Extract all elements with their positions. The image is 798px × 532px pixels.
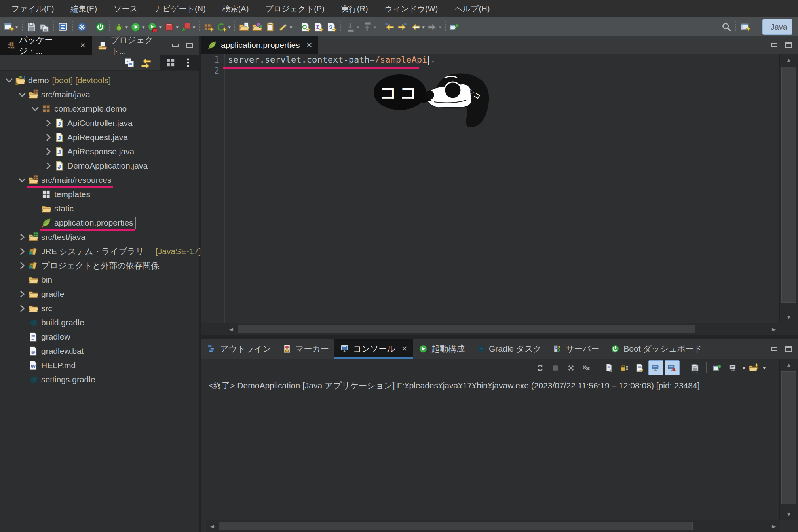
scroll-right-arrow[interactable]: ▶ [768,520,780,532]
boot-start-button[interactable] [94,19,107,35]
debug-button[interactable]: ▾ [112,19,129,35]
back-button[interactable]: ▾ [409,19,426,35]
menu-2[interactable]: 編集(E) [62,0,105,17]
stop-button[interactable]: ▾ [163,19,180,35]
open-console-button[interactable] [746,361,760,375]
scroll-lock-button[interactable] [618,361,632,375]
scroll-left-arrow[interactable]: ◀ [206,520,218,532]
collapse-all-button[interactable] [124,57,135,68]
tree-item-apicontroller.java[interactable]: JApiController.java [0,116,199,130]
clipboard-button[interactable] [264,19,277,35]
tree-item-gradlew.bat[interactable]: gradlew.bat [0,344,199,358]
expand-arrow-icon[interactable] [43,146,53,157]
menu-6[interactable]: プロジェクト(P) [257,0,332,17]
new-class-button[interactable] [299,19,312,35]
scroll-thumb[interactable] [219,522,693,530]
open-console-dropdown-arrow[interactable]: ▾ [763,365,766,371]
new-wizard-button[interactable]: ▾ [2,19,19,35]
tree-item-apirequest.java[interactable]: JApiRequest.java [0,130,199,144]
console-tab-2[interactable]: マーカー [277,339,334,359]
tree-item-templates[interactable]: templates [0,187,199,201]
editor-horizontal-scrollbar[interactable]: ◀ ▶ [225,323,780,335]
tree-item-src[interactable]: src [0,301,199,315]
refresh-gradle-button[interactable]: ▾ [215,19,232,35]
console-horizontal-scrollbar[interactable]: ◀ ▶ [206,520,780,532]
open-task-button[interactable] [238,19,251,35]
tree-item-demoapplication.java[interactable]: JDemoApplication.java [0,159,199,173]
refresh-gradle-dropdown-arrow[interactable]: ▾ [228,24,231,30]
scroll-track[interactable] [237,323,768,335]
next-edit-location-button[interactable] [396,19,409,35]
new-interface-button[interactable] [312,19,325,35]
java-perspective-button[interactable]: JJava [762,19,792,35]
scroll-thumb[interactable] [238,325,695,333]
display-selected-console-button[interactable] [726,361,740,375]
focus-working-set-button[interactable] [165,57,176,68]
tree-item--[interactable]: プロジェクトと外部の依存関係 [0,258,199,273]
scroll-track[interactable] [218,520,768,532]
tree-item-gradle[interactable]: gradle [0,287,199,301]
relaunch-dropdown-arrow[interactable]: ▾ [193,24,196,30]
scroll-thumb[interactable] [781,66,796,303]
expand-arrow-icon[interactable] [17,260,27,271]
minimize-icon[interactable] [172,44,179,48]
view-menu-button[interactable] [182,57,194,68]
tree-item-application.properties[interactable]: application.properties [0,216,199,230]
close-tab-icon[interactable]: ✕ [306,41,312,49]
link-with-editor-button[interactable] [141,57,152,68]
menu-1[interactable]: ファイル(F) [3,0,62,17]
console-tab-4[interactable]: 起動構成 [413,339,470,359]
code-area[interactable]: server.servlet.context-path=/sampleApi↓ [225,54,780,76]
tree-item-settings.gradle[interactable]: settings.gradle [0,372,199,387]
import-dropdown-arrow[interactable]: ▾ [357,24,359,30]
console-vertical-scrollbar[interactable]: ▲ ▼ [779,359,798,520]
expand-arrow-icon[interactable] [43,132,53,142]
tree-item-bin[interactable]: bin [0,273,199,287]
spring-settings-button[interactable] [75,19,88,35]
console-tab-5[interactable]: Gradle タスク [470,339,547,359]
menu-4[interactable]: ナビゲート(N) [146,0,214,17]
run-dropdown-arrow[interactable]: ▾ [142,24,145,30]
scroll-down-arrow[interactable]: ▼ [780,311,798,323]
scroll-track[interactable] [780,370,798,508]
explorer-tab-1[interactable]: パッケージ・...✕ [0,36,92,55]
run-config-button[interactable]: ▾ [146,19,163,35]
code-line-1[interactable]: server.servlet.context-path=/sampleApi↓ [225,54,780,65]
stop-dropdown-arrow[interactable]: ▾ [176,24,179,30]
show-on-stdout-button[interactable] [648,360,663,375]
relaunch-terminated-button[interactable] [533,361,547,375]
close-tab-icon[interactable]: ✕ [401,344,407,353]
maximize-icon[interactable] [186,43,193,48]
tree-item-com.example.demo[interactable]: com.example.demo [0,102,199,116]
editor-tab-application-properties[interactable]: application.properties✕ [201,36,318,54]
pin-console-button[interactable] [711,361,725,375]
menu-8[interactable]: ウィンドウ(W) [376,0,446,17]
highlighter-dropdown-arrow[interactable]: ▾ [290,24,293,30]
tree-item-build.gradle[interactable]: build.gradle [0,315,199,330]
save-button[interactable] [25,19,38,35]
console-tab-6[interactable]: サーバー [547,339,605,359]
back-dropdown-arrow[interactable]: ▾ [422,24,425,30]
display-selected-console-dropdown-arrow[interactable]: ▾ [743,365,745,371]
maximize-icon[interactable] [785,42,792,48]
scroll-track[interactable] [780,66,798,311]
editor-vertical-scrollbar[interactable]: ▲ ▼ [779,54,798,323]
menu-7[interactable]: 実行(R) [333,0,376,17]
expand-arrow-icon[interactable] [17,303,27,314]
expand-arrow-icon[interactable] [17,232,27,242]
scroll-up-arrow[interactable]: ▲ [780,54,798,66]
menu-5[interactable]: 検索(A) [214,0,257,17]
close-tab-icon[interactable]: ✕ [80,41,86,50]
run-button[interactable]: ▾ [129,19,146,35]
collapse-arrow-icon[interactable] [17,89,27,100]
remove-all-terminated-button[interactable] [580,361,594,375]
word-wrap-button[interactable] [633,361,647,375]
forward-dropdown-arrow[interactable]: ▾ [439,24,442,30]
scroll-thumb[interactable] [781,371,796,504]
collapse-arrow-icon[interactable] [30,104,40,114]
relaunch-button[interactable]: ▾ [180,19,197,35]
new-java-package-button[interactable] [202,19,215,35]
tree-item-help.md[interactable]: WHELP.md [0,358,199,372]
menu-3[interactable]: ソース [105,0,146,17]
tree-item-src-test-java[interactable]: src/test/java [0,230,199,244]
